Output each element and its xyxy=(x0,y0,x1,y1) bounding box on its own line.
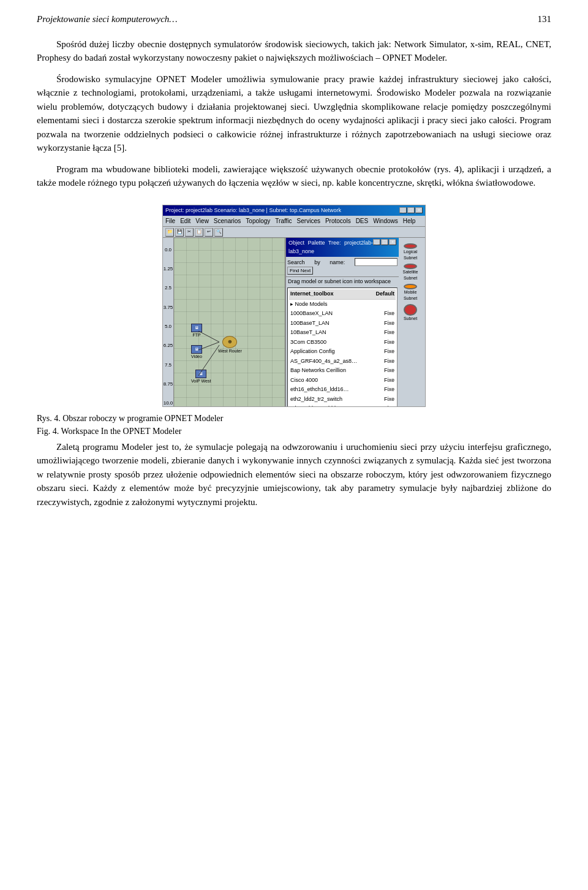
figure-container: Project: project2lab Scenario: lab3_none… xyxy=(37,205,551,407)
mobile-subnet-circle xyxy=(404,284,417,289)
tree-item-eth2[interactable]: eth2_ldd2_tr2_switchFixe xyxy=(289,395,396,405)
figure-caption: Rys. 4. Obszar roboczy w programie OPNET… xyxy=(37,412,551,438)
router-node: ⊕ West Router xyxy=(218,336,242,355)
opnet-titlebar: Project: project2lab Scenario: lab3_none… xyxy=(163,205,425,216)
menu-help: Help xyxy=(403,216,416,226)
tree-item-asgrf[interactable]: AS_GRF400_4s_a2_as8…Fixe xyxy=(289,357,396,367)
pal-close: × xyxy=(389,239,396,245)
palette-controls: _ □ × xyxy=(373,239,396,256)
canvas-area: 0.0 1.25 2.5 3.75 🖥 FTP 🖥 xyxy=(174,238,285,407)
satellite-subnet-label: Satellite Subnet xyxy=(398,269,423,282)
logical-subnet-icon: Logical Subnet xyxy=(398,243,423,262)
voip-icon: 🖥 xyxy=(195,370,206,378)
tree-item-cisco[interactable]: Cisco 4000Fixe xyxy=(289,376,396,386)
menu-file: File xyxy=(165,216,175,226)
tree-item-bap[interactable]: Bap Networks CerillionFixe xyxy=(289,366,396,376)
satellite-subnet-icon: Satellite Subnet xyxy=(398,264,423,282)
drag-hint: Drag model or subnet icon into workspace xyxy=(286,277,399,287)
logical-subnet-circle xyxy=(404,243,417,249)
main-content: Spośród dużej liczby obecnie dostępnych … xyxy=(37,37,551,509)
search-label: Search by name: xyxy=(287,259,355,265)
ftp-label: FTP xyxy=(192,332,200,339)
opnet-menubar: File Edit View Scenarios Topology Traffi… xyxy=(163,216,425,227)
default-label: Default xyxy=(375,290,394,299)
window-controls: _ □ × xyxy=(399,207,423,213)
paragraph-4: Zaletą programu Modeler jest to, że symu… xyxy=(37,440,551,509)
page-header: Projektowanie sieci komputerowych… 131 xyxy=(37,12,551,26)
voip-label: VoIP West xyxy=(191,378,211,385)
pal-max: □ xyxy=(381,239,388,245)
opnet-title: Project: project2lab Scenario: lab3_none… xyxy=(165,207,341,215)
video-icon: 🖥 xyxy=(191,345,202,354)
palette-search-input[interactable] xyxy=(355,258,398,266)
menu-traffic: Traffic xyxy=(275,216,292,226)
ftp-node: 🖥 FTP xyxy=(191,324,202,339)
toolbar-btn-5: ↩ xyxy=(205,228,213,237)
toolbox-label: Internet_toolbox xyxy=(290,290,334,299)
opnet-window: Project: project2lab Scenario: lab3_none… xyxy=(163,205,425,406)
subnet-icons: Logical Subnet Satellite Subnet Mobile S… xyxy=(397,242,424,324)
menu-edit: Edit xyxy=(180,216,190,226)
toolbar-btn-3: ✂ xyxy=(185,228,194,237)
tree-section-node-models: ▸ Node Models xyxy=(289,300,396,310)
video-label: Video xyxy=(191,354,202,360)
caption-pl: Rys. 4. Obszar roboczy w programie OPNET… xyxy=(37,412,551,425)
palette-search: Search by name: Find Next xyxy=(286,257,399,277)
menu-windows: Windows xyxy=(373,216,398,226)
toolbar-btn-2: 💾 xyxy=(175,228,184,237)
paragraph-2: Środowisko symulacyjne OPNET Modeler umo… xyxy=(37,72,551,155)
find-next-button[interactable]: Find Next xyxy=(287,267,313,275)
minimize-btn: _ xyxy=(399,207,407,213)
tree-item-eth4a[interactable]: eth4_ethlane4_ldd4…Fixe xyxy=(289,404,396,407)
y-axis: 0.0 1.25 2.5 3.75 5.0 6.25 7.5 8.75 10.0 xyxy=(163,238,174,407)
tree-item-1000basex[interactable]: 1000BaseX_LANFixe xyxy=(289,309,396,319)
opnet-body: 0.0 1.25 2.5 3.75 5.0 6.25 7.5 8.75 10.0 xyxy=(163,238,425,407)
menu-view: View xyxy=(195,216,209,226)
palette-title: Object Palette Tree: project2lab-lab3_no… xyxy=(286,238,399,257)
subnet-circle xyxy=(404,304,417,316)
opnet-canvas-left: 0.0 1.25 2.5 3.75 5.0 6.25 7.5 8.75 10.0 xyxy=(163,238,285,407)
object-tree[interactable]: Internet_toolbox Default ▸ Node Models 1… xyxy=(287,287,398,407)
opnet-screenshot: Project: project2lab Scenario: lab3_none… xyxy=(162,205,426,407)
router-label: West Router xyxy=(218,348,242,355)
close-btn: × xyxy=(415,207,423,213)
maximize-btn: □ xyxy=(407,207,415,213)
page-title: Projektowanie sieci komputerowych… xyxy=(37,12,178,26)
menu-des: DES xyxy=(356,216,369,226)
satellite-subnet-circle xyxy=(404,264,417,269)
paragraph-3: Program ma wbudowane biblioteki modeli, … xyxy=(37,162,551,190)
subnet-label: Subnet xyxy=(404,316,417,322)
page-number: 131 xyxy=(538,12,552,26)
mobile-subnet-label: Mobile Subnet xyxy=(398,289,423,302)
menu-services: Services xyxy=(297,216,320,226)
logical-subnet-label: Logical Subnet xyxy=(398,249,423,262)
toolbar-btn-4: 📋 xyxy=(195,228,203,237)
voip-node: 🖥 VoIP West xyxy=(191,370,211,385)
tree-header: Internet_toolbox Default xyxy=(289,289,396,300)
toolbar-btn-6: 🔍 xyxy=(214,228,223,237)
tree-item-100baset[interactable]: 100BaseT_LANFixe xyxy=(289,319,396,329)
toolbar-btn-1: 📁 xyxy=(165,228,174,237)
paragraph-1: Spośród dużej liczby obecnie dostępnych … xyxy=(37,37,551,65)
menu-scenarios: Scenarios xyxy=(214,216,241,226)
tree-item-3com[interactable]: 3Com CB3500Fixe xyxy=(289,338,396,348)
object-palette-panel: Object Palette Tree: project2lab-lab3_no… xyxy=(285,238,399,407)
menu-topology: Topology xyxy=(246,216,270,226)
mobile-subnet-icon: Mobile Subnet xyxy=(398,284,423,302)
tree-item-eth16[interactable]: eth16_ethch16_ldd16…Fixe xyxy=(289,385,396,395)
ftp-icon: 🖥 xyxy=(191,324,202,332)
palette-title-text: Object Palette Tree: project2lab-lab3_no… xyxy=(288,239,373,256)
video-node: 🖥 Video xyxy=(191,345,202,360)
caption-en: Fig. 4. Workspace In the OPNET Modeler xyxy=(37,425,551,438)
tree-item-appconfig[interactable]: Application ConfigFixe xyxy=(289,347,396,357)
menu-protocols: Protocols xyxy=(325,216,351,226)
subnet-icon: Subnet xyxy=(398,304,423,322)
router-icon: ⊕ xyxy=(222,336,237,348)
tree-item-10baset[interactable]: 10BaseT_LANFixe xyxy=(289,328,396,338)
opnet-toolbar: 📁 💾 ✂ 📋 ↩ 🔍 xyxy=(163,227,425,238)
pal-min: _ xyxy=(373,239,380,245)
